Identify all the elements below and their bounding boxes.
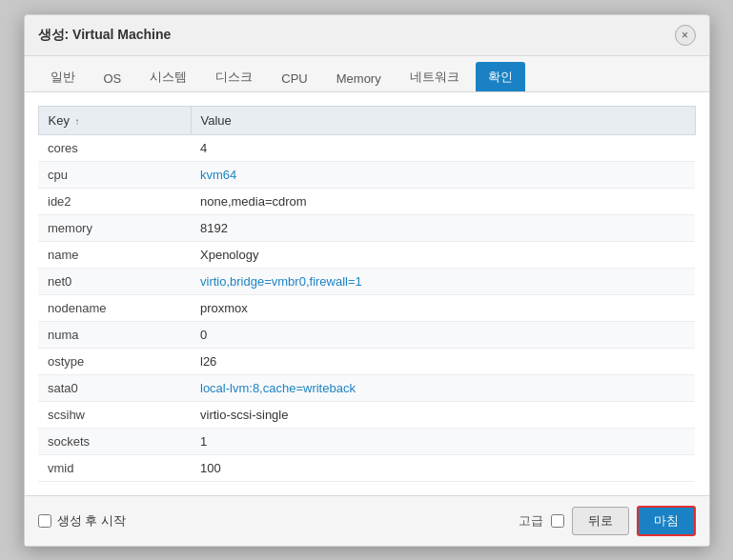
table-cell-value: 4	[191, 134, 695, 161]
table-cell-value: virtio,bridge=vmbr0,firewall=1	[191, 268, 695, 294]
table-row: ostypel26	[38, 348, 695, 374]
tab-disk[interactable]: 디스크	[203, 62, 265, 91]
tab-os[interactable]: OS	[92, 65, 134, 91]
table-row: cpukvm64	[38, 161, 695, 188]
table-cell-value: Xpenology	[191, 241, 695, 268]
table-cell-value: none,media=cdrom	[191, 188, 695, 214]
dialog-titlebar: 생성: Virtual Machine ×	[25, 15, 709, 56]
finish-button[interactable]: 마침	[637, 506, 696, 536]
footer-right: 고급 뒤로 마침	[519, 506, 696, 536]
table-cell-value: 100	[191, 454, 695, 481]
tab-bar: 일반 OS 시스템 디스크 CPU Memory 네트워크 확인	[25, 56, 709, 92]
table-row: sata0local-lvm:8,cache=writeback	[38, 374, 695, 401]
table-cell-key: ostype	[38, 348, 191, 374]
table-cell-key: nodename	[38, 294, 191, 321]
dialog-footer: 생성 후 시작 고급 뒤로 마침	[25, 495, 709, 546]
table-cell-value: l26	[191, 348, 695, 374]
table-cell-key: cores	[38, 134, 191, 161]
table-row: net0virtio,bridge=vmbr0,firewall=1	[38, 268, 695, 294]
table-cell-key: sockets	[38, 428, 191, 454]
table-cell-key: memory	[38, 214, 191, 241]
tab-network[interactable]: 네트워크	[397, 62, 472, 91]
table-cell-key: net0	[38, 268, 191, 294]
table-cell-key: vmid	[38, 454, 191, 481]
table-cell-value: virtio-scsi-single	[191, 401, 695, 428]
sort-arrow-icon: ↑	[75, 116, 80, 127]
table-cell-key: numa	[38, 321, 191, 348]
advanced-label: 고급	[519, 512, 543, 530]
table-cell-key: cpu	[38, 161, 191, 188]
table-cell-value: 8192	[191, 214, 695, 241]
table-cell-value: kvm64	[191, 161, 695, 188]
table-cell-key: scsihw	[38, 401, 191, 428]
col-value-header: Value	[191, 106, 695, 134]
close-button[interactable]: ×	[675, 25, 696, 46]
tab-confirm[interactable]: 확인	[476, 62, 525, 91]
table-row: cores4	[38, 134, 695, 161]
start-after-create-area: 생성 후 시작	[38, 512, 519, 530]
dialog-body: Key ↑ Value cores4cpukvm64ide2none,media…	[25, 92, 709, 495]
back-button[interactable]: 뒤로	[572, 507, 629, 535]
col-key-header[interactable]: Key ↑	[38, 106, 191, 134]
tab-system[interactable]: 시스템	[137, 62, 199, 91]
dialog: 생성: Virtual Machine × 일반 OS 시스템 디스크 CPU …	[24, 14, 710, 547]
table-cell-value: 0	[191, 321, 695, 348]
tab-memory[interactable]: Memory	[324, 65, 394, 91]
start-after-create-checkbox[interactable]	[38, 514, 51, 528]
table-cell-key: name	[38, 241, 191, 268]
table-row: nameXpenology	[38, 241, 695, 268]
tab-cpu[interactable]: CPU	[269, 65, 319, 91]
table-cell-value: 1	[191, 428, 695, 454]
table-row: numa0	[38, 321, 695, 348]
table-cell-key: sata0	[38, 374, 191, 401]
dialog-title: 생성: Virtual Machine	[38, 27, 172, 44]
table-row: vmid100	[38, 454, 695, 481]
table-cell-value: proxmox	[191, 294, 695, 321]
config-table: Key ↑ Value cores4cpukvm64ide2none,media…	[38, 106, 696, 482]
table-row: nodenameproxmox	[38, 294, 695, 321]
table-row: sockets1	[38, 428, 695, 454]
table-row: scsihwvirtio-scsi-single	[38, 401, 695, 428]
table-cell-value: local-lvm:8,cache=writeback	[191, 374, 695, 401]
table-row: memory8192	[38, 214, 695, 241]
tab-general[interactable]: 일반	[38, 62, 88, 91]
advanced-checkbox[interactable]	[551, 514, 564, 528]
start-after-create-label: 생성 후 시작	[57, 512, 126, 530]
table-row: ide2none,media=cdrom	[38, 188, 695, 214]
table-cell-key: ide2	[38, 188, 191, 214]
